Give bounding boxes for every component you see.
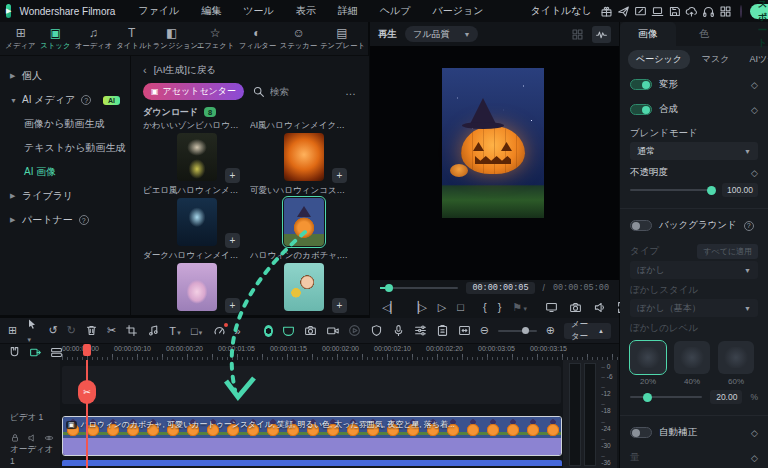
blur-level-20[interactable] (630, 341, 666, 374)
sidebar-item-ai-image[interactable]: AI 画像 (0, 160, 130, 184)
tab-transition[interactable]: ◧トランジション (150, 27, 194, 51)
redo-icon[interactable]: ↻ (67, 324, 76, 337)
opacity-slider[interactable] (630, 189, 714, 191)
speaker-icon[interactable] (593, 301, 606, 314)
add-to-timeline-button[interactable]: + (225, 298, 240, 313)
auto-correct-toggle[interactable] (630, 427, 652, 438)
select-cursor-icon[interactable]: ▼ (26, 318, 39, 344)
tab-template[interactable]: ▤テンプレート (320, 27, 364, 51)
mark-out-icon[interactable]: } (498, 301, 502, 313)
tab-filter[interactable]: ◐フィルター (237, 27, 278, 51)
menu-edit[interactable]: 編集 (192, 4, 230, 18)
snapshot-camera-icon[interactable] (304, 324, 317, 337)
scrubber-handle[interactable] (385, 284, 393, 292)
empty-track-lane[interactable] (62, 366, 561, 404)
asset-thumbnail-fire-dancer[interactable] (284, 133, 324, 181)
sidebar-item-ai-media[interactable]: ▼AI メディア?AI (0, 88, 130, 112)
background-type-select[interactable]: ぼかし▼ (630, 261, 758, 279)
add-to-timeline-button[interactable]: + (332, 168, 347, 183)
keyframe-diamond-icon[interactable]: ◇ (751, 168, 758, 178)
asset-thumbnail-toddler-girl[interactable] (284, 263, 324, 311)
asset-item[interactable]: + (250, 263, 357, 314)
tab-title[interactable]: Tタイトル (115, 27, 149, 51)
headset-icon[interactable] (702, 3, 715, 19)
scopes-icon[interactable] (592, 26, 611, 43)
quick-split-button[interactable]: ✂ (78, 380, 96, 404)
display-icon[interactable] (545, 301, 558, 314)
render-preview-icon[interactable] (348, 324, 361, 337)
sidebar-item-partner[interactable]: ▶パートナー? (0, 208, 130, 232)
cloud-upload-icon[interactable] (685, 3, 698, 19)
back-link[interactable]: ‹[AI生成]に戻る (143, 62, 357, 78)
auto-ripple-icon[interactable] (458, 324, 471, 337)
compositing-toggle[interactable] (630, 104, 652, 115)
playhead[interactable] (86, 360, 88, 468)
blur-style-select[interactable]: ぼかし（基本）▼ (630, 299, 758, 317)
menu-tools[interactable]: ツール (234, 4, 282, 18)
timeline-zoom-slider[interactable] (498, 330, 537, 332)
marker-flag-icon[interactable]: ⚑▼ (512, 301, 528, 314)
asset-thumbnail-halloween-girl[interactable] (177, 263, 217, 311)
crop-icon[interactable] (125, 324, 138, 337)
opacity-slider-handle[interactable] (707, 186, 716, 195)
chroma-key-icon[interactable] (264, 325, 273, 337)
subtab-mask[interactable]: マスク (694, 50, 738, 69)
save-icon[interactable] (668, 3, 681, 19)
undo-icon[interactable]: ↺ (49, 324, 58, 337)
downloads-section[interactable]: ダウンロード8 (143, 104, 357, 120)
dashboard-grid-icon[interactable] (719, 3, 732, 19)
apply-all-button[interactable]: すべてに適用 (697, 244, 758, 259)
snapshot-icon[interactable] (569, 301, 582, 314)
search-input[interactable] (270, 86, 330, 97)
sidebar-item-image-to-video[interactable]: 画像から動画生成 (0, 112, 130, 136)
preview-stage[interactable] (370, 46, 619, 280)
asset-item[interactable]: + (143, 263, 250, 314)
more-options-icon[interactable]: … (345, 85, 357, 97)
play-icon[interactable]: ▷ (438, 301, 446, 314)
gift-icon[interactable] (600, 3, 613, 19)
export-button[interactable]: エクスポート▼ (750, 4, 768, 19)
keyframe-diamond-icon[interactable]: ◇ (751, 80, 758, 90)
blend-mode-select[interactable]: 通常▼ (630, 142, 758, 160)
playhead-handle[interactable] (83, 344, 91, 356)
asset-item[interactable] (250, 198, 357, 249)
preview-scrubber[interactable] (380, 287, 458, 289)
send-icon[interactable] (617, 3, 630, 19)
keyframe-diamond-icon[interactable]: ◇ (751, 453, 758, 463)
background-toggle[interactable] (630, 220, 652, 231)
tab-effect[interactable]: ☆エフェクト (195, 27, 236, 51)
zoom-out-icon[interactable]: ⊖ (480, 324, 489, 337)
shape-tool-icon[interactable]: □▼ (191, 325, 204, 337)
mark-in-icon[interactable]: { (483, 301, 487, 313)
opacity-value[interactable]: 100.00 (722, 183, 758, 197)
keyframe-diamond-icon[interactable]: ◇ (751, 428, 758, 438)
tab-image[interactable]: 画像 (620, 22, 676, 46)
marker-shield-icon[interactable] (370, 324, 383, 337)
asset-center-button[interactable]: ▣アセットセンター (143, 83, 244, 100)
record-icon[interactable] (326, 324, 339, 337)
layout-grid-icon[interactable]: ⊞ (8, 324, 17, 337)
subtab-basic[interactable]: ベーシック (628, 50, 690, 69)
subtab-ai-tools[interactable]: AIツール (741, 50, 768, 69)
audio-clip-strip[interactable] (62, 460, 562, 466)
split-scissors-icon[interactable]: ✂ (107, 324, 116, 337)
mask-icon[interactable] (282, 324, 295, 337)
speed-ramp-icon[interactable] (213, 324, 226, 337)
asset-thumbnail-pumpkin-selected[interactable] (284, 198, 324, 246)
tab-sticker[interactable]: ☺ステッカー (278, 27, 319, 51)
timeline-ruler[interactable]: 00:00:00:00 00:00:00:10 00:00:00:20 00:0… (0, 344, 619, 360)
menu-advanced[interactable]: 詳細 (329, 4, 367, 18)
blur-amount-value[interactable]: 20.00 (710, 390, 742, 404)
zoom-in-icon[interactable]: ⊕ (546, 324, 555, 337)
export-clip-icon[interactable] (436, 324, 449, 337)
voiceover-mic-icon[interactable] (392, 324, 405, 337)
blur-level-40[interactable] (674, 341, 710, 374)
timeline-clip-pumpkin[interactable]: ▣ハロウィンのカボチャ, 可愛いカートゥーンスタイル, 笑顔, 明るい色, 太っ… (62, 416, 562, 456)
snap-icon[interactable] (29, 346, 42, 359)
audio-stretch-icon[interactable] (147, 324, 160, 337)
quality-select[interactable]: フル品質▼ (405, 26, 478, 42)
split-screen-icon[interactable] (571, 28, 584, 41)
asset-item[interactable]: + (143, 198, 250, 249)
avatar[interactable] (740, 5, 742, 18)
tab-color[interactable]: 色 (676, 22, 732, 46)
